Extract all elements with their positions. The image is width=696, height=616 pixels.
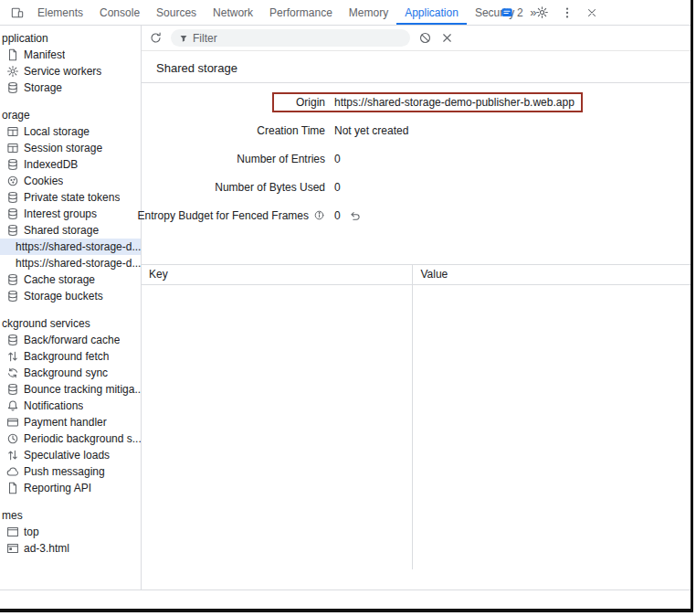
grid-body-key-column — [142, 285, 413, 569]
sidebar-item-local-storage[interactable]: Local storage — [0, 123, 141, 140]
sidebar-item-https-shared-storage-d[interactable]: https://shared-storage-d... — [0, 239, 141, 255]
sidebar-item-shared-storage[interactable]: Shared storage — [0, 222, 141, 239]
report-row: Number of Entries 0 — [142, 144, 691, 173]
report-field-label: Number of Bytes Used — [215, 181, 325, 194]
sidebar-item-background-fetch[interactable]: Background fetch — [0, 348, 141, 365]
more-options-dots-icon[interactable] — [561, 6, 574, 19]
sidebar-section: pplication Manifest Service workers Stor… — [0, 31, 141, 96]
report-field-label: Number of Entries — [237, 153, 325, 165]
sidebar-item-storage-buckets[interactable]: Storage buckets — [0, 288, 141, 304]
sidebar-item-https-shared-storage-d[interactable]: https://shared-storage-d... — [0, 255, 141, 271]
origin-annotation-box: Origin https://shared-storage-demo-publi… — [272, 92, 583, 112]
database-icon — [6, 290, 19, 303]
tab-application[interactable]: Application — [396, 0, 467, 25]
sidebar-item-label: Speculative loads — [24, 449, 110, 462]
close-filter-icon[interactable] — [440, 31, 454, 45]
shared-storage-grid: Key Value — [142, 264, 691, 569]
grid-body-value-column — [413, 285, 691, 569]
sidebar: pplication Manifest Service workers Stor… — [0, 26, 142, 589]
sidebar-item-ad-3-html[interactable]: ad-3.html — [0, 540, 141, 557]
grid-header-key[interactable]: Key — [142, 265, 413, 284]
sidebar-item-session-storage[interactable]: Session storage — [0, 140, 141, 156]
tab-elements[interactable]: Elements — [29, 0, 91, 25]
report-field-label: Entropy Budget for Fenced Frames — [138, 209, 309, 222]
report-field-label: Creation Time — [257, 124, 325, 137]
report-row: Origin https://shared-storage-demo-publi… — [142, 88, 691, 116]
report-label-cell: Creation Time — [145, 124, 325, 137]
database-icon — [6, 383, 19, 396]
table-icon — [6, 142, 19, 154]
sidebar-item-notifications[interactable]: Notifications — [0, 398, 141, 414]
sidebar-item-label: Private state tokens — [24, 191, 120, 204]
database-icon — [6, 207, 19, 220]
database-icon — [6, 81, 19, 94]
report-field-label: Origin — [296, 96, 325, 109]
database-icon — [6, 158, 19, 171]
filter-box[interactable] — [171, 29, 410, 47]
sidebar-section-items: Local storage Session storage IndexedDB … — [0, 123, 141, 304]
sidebar-item-indexeddb[interactable]: IndexedDB — [0, 156, 141, 173]
sidebar-item-manifest[interactable]: Manifest — [0, 47, 141, 63]
sidebar-item-periodic-background-s[interactable]: Periodic background s... — [0, 430, 141, 447]
close-devtools-icon[interactable] — [585, 6, 598, 19]
sidebar-item-back-forward-cache[interactable]: Back/forward cache — [0, 332, 141, 348]
sync-icon — [6, 366, 19, 379]
devtools-tabbar: Elements Console Sources Network Perform… — [0, 0, 691, 26]
card-icon — [6, 416, 19, 429]
toggle-device-toolbar-button[interactable] — [5, 0, 29, 25]
clear-all-icon[interactable] — [418, 31, 432, 45]
sidebar-section: mes top ad-3.html — [0, 508, 141, 557]
devtools-window: Elements Console Sources Network Perform… — [0, 0, 693, 612]
sidebar-item-payment-handler[interactable]: Payment handler — [0, 414, 141, 430]
sidebar-item-cookies[interactable]: Cookies — [0, 173, 141, 189]
database-icon — [6, 224, 19, 237]
sidebar-item-label: Periodic background s... — [24, 432, 141, 445]
report-row-content: Creation Time Not yet created — [142, 121, 417, 141]
tab-memory[interactable]: Memory — [341, 0, 396, 25]
tabbar-right-controls: 2 — [501, 0, 598, 25]
tab-performance[interactable]: Performance — [261, 0, 341, 25]
reset-entropy-budget-icon[interactable] — [349, 209, 362, 222]
settings-gear-icon[interactable] — [535, 5, 549, 19]
sidebar-item-label: Bounce tracking mitiga... — [24, 383, 141, 396]
console-messages-button[interactable]: 2 — [501, 6, 523, 19]
tab-sources[interactable]: Sources — [148, 0, 205, 25]
sidebar-item-label: Back/forward cache — [24, 334, 120, 346]
report-field-value: 0 — [334, 209, 341, 222]
tab-network[interactable]: Network — [205, 0, 261, 25]
sidebar-item-speculative-loads[interactable]: Speculative loads — [0, 447, 141, 463]
sidebar-item-label: Cookies — [24, 175, 63, 187]
refresh-icon[interactable] — [149, 31, 163, 45]
sidebar-item-top[interactable]: top — [0, 524, 141, 540]
sidebar-item-reporting-api[interactable]: Reporting API — [0, 480, 141, 496]
sidebar-item-label: https://shared-storage-d... — [16, 240, 141, 253]
sidebar-section: ckground services Back/forward cache Bac… — [0, 316, 141, 496]
sidebar-item-service-workers[interactable]: Service workers — [0, 63, 141, 80]
sidebar-item-push-messaging[interactable]: Push messaging — [0, 463, 141, 480]
report-row-content: Entropy Budget for Fenced Frames 0 — [142, 206, 370, 226]
sidebar-item-cache-storage[interactable]: Cache storage — [0, 271, 141, 288]
report-row: Number of Bytes Used 0 — [142, 173, 691, 201]
grid-header-value[interactable]: Value — [413, 265, 691, 284]
sidebar-item-storage[interactable]: Storage — [0, 80, 141, 96]
document-icon — [6, 48, 19, 61]
gear-icon — [6, 65, 19, 78]
tab-console[interactable]: Console — [91, 0, 148, 25]
info-icon[interactable] — [313, 209, 325, 221]
sidebar-item-interest-groups[interactable]: Interest groups — [0, 206, 141, 222]
shared-storage-panel: Shared storage Origin https://shared-sto… — [142, 26, 691, 589]
updown-icon — [6, 350, 19, 363]
sidebar-section-items: top ad-3.html — [0, 524, 141, 557]
panel-toolbar — [142, 26, 691, 51]
sidebar-item-bounce-tracking-mitiga[interactable]: Bounce tracking mitiga... — [0, 381, 141, 398]
grid-header: Key Value — [142, 265, 691, 285]
filter-input[interactable] — [193, 32, 402, 45]
sidebar-item-private-state-tokens[interactable]: Private state tokens — [0, 189, 141, 206]
report-row-content: Number of Entries 0 — [142, 149, 349, 169]
grid-body — [142, 285, 691, 569]
sidebar-item-label: Background sync — [24, 366, 108, 379]
sidebar-item-label: Local storage — [24, 125, 90, 138]
report-label-cell: Number of Bytes Used — [145, 181, 325, 194]
sidebar-item-background-sync[interactable]: Background sync — [0, 365, 141, 381]
report-field-value: 0 — [334, 153, 341, 165]
